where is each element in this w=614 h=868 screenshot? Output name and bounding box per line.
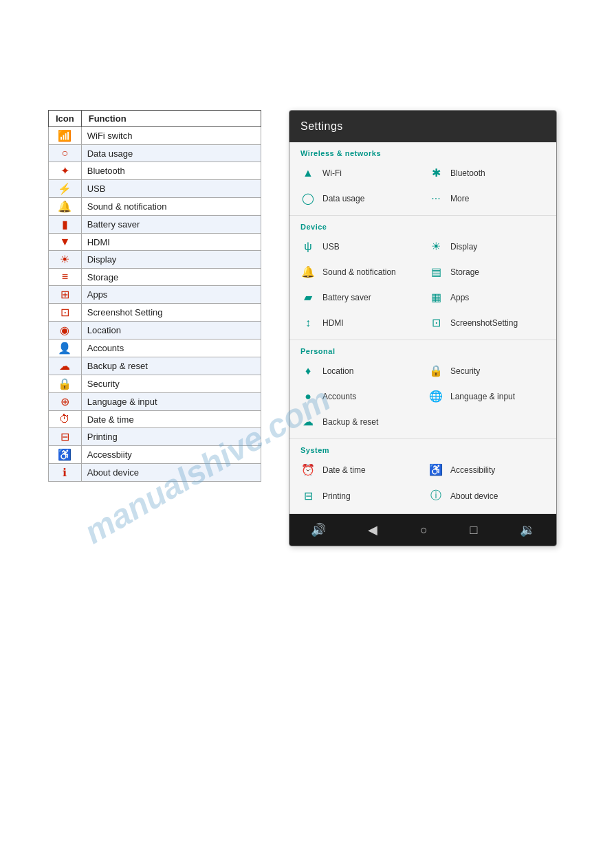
setting-item-wifi[interactable]: ▲ Wi-Fi xyxy=(295,160,423,186)
table-row: ✦ Bluetooth xyxy=(49,162,261,180)
func-cell: Apps xyxy=(81,286,261,304)
setting-label: ScreenshotSetting xyxy=(450,318,518,328)
func-cell: Accounts xyxy=(81,340,261,357)
nav-back[interactable]: ◀ xyxy=(368,522,377,537)
icon-cell: ▮ xyxy=(49,216,82,234)
table-row: ☀ Display xyxy=(49,251,261,269)
setting-item-more[interactable]: ··· More xyxy=(423,186,551,211)
setting-label: Data usage xyxy=(322,194,364,203)
icon-cell: ○ xyxy=(49,145,82,162)
table-row: ⊕ Language & input xyxy=(49,393,261,411)
icon-cell: 🔒 xyxy=(49,375,82,393)
setting-item-usb[interactable]: ψ USB xyxy=(295,234,423,259)
setting-label: Wi-Fi xyxy=(322,168,342,178)
setting-item-security[interactable]: 🔒 Security xyxy=(423,358,551,383)
setting-item-battery[interactable]: ▰ Battery saver xyxy=(295,285,423,310)
table-row: ⏱ Date & time xyxy=(49,411,261,428)
section-label: Device xyxy=(289,216,556,234)
about-icon: ⓘ xyxy=(428,489,443,503)
setting-item-access[interactable]: ♿ Accessibility xyxy=(423,457,551,482)
setting-label: USB xyxy=(322,242,340,252)
icon-cell: ℹ xyxy=(49,464,82,482)
section-label: Personal xyxy=(289,340,556,358)
icon-cell: ⚡ xyxy=(49,180,82,198)
setting-item-backup[interactable]: ☁ Backup & reset xyxy=(295,409,423,434)
table-row: ⊞ Apps xyxy=(49,286,261,304)
col-icon: Icon xyxy=(49,111,82,127)
icon-cell: ▼ xyxy=(49,234,82,251)
icon-cell: ♿ xyxy=(49,446,82,464)
setting-item-language[interactable]: 🌐 Language & input xyxy=(423,383,551,409)
icon-cell: ◉ xyxy=(49,322,82,340)
setting-label: Storage xyxy=(450,267,479,277)
setting-item-bt[interactable]: ✱ Bluetooth xyxy=(423,160,551,186)
storage-icon: ▤ xyxy=(428,265,443,278)
section-label: System xyxy=(289,439,556,457)
nav-recents[interactable]: □ xyxy=(470,523,478,537)
setting-label: Bluetooth xyxy=(450,168,485,178)
nav-bar: 🔊 ◀ ○ □ 🔉 xyxy=(289,514,556,546)
nav-volume-up[interactable]: 🔉 xyxy=(520,522,535,537)
icon-cell: ⏱ xyxy=(49,411,82,428)
func-cell: Accessbiity xyxy=(81,446,261,464)
location-icon: ♦ xyxy=(300,365,316,377)
accounts-icon: ● xyxy=(300,390,316,403)
sound-icon: 🔔 xyxy=(300,265,316,278)
setting-item-about[interactable]: ⓘ About device xyxy=(423,482,551,509)
func-cell: Storage xyxy=(81,269,261,286)
setting-item-location[interactable]: ♦ Location xyxy=(295,358,423,383)
nav-home[interactable]: ○ xyxy=(420,523,428,537)
icon-cell: 👤 xyxy=(49,340,82,357)
setting-label: Location xyxy=(322,366,353,376)
wifi-icon: ▲ xyxy=(300,167,316,179)
setting-item-apps[interactable]: ▦ Apps xyxy=(423,285,551,310)
security-icon: 🔒 xyxy=(428,364,443,377)
func-cell: USB xyxy=(81,180,261,198)
setting-item-display[interactable]: ☀ Display xyxy=(423,234,551,259)
icon-function-table: Icon Function 📶 WiFi switch ○ Data usage… xyxy=(48,110,261,482)
func-cell: Backup & reset xyxy=(81,357,261,375)
setting-item-printing[interactable]: ⊟ Printing xyxy=(295,482,423,509)
table-row: ◉ Location xyxy=(49,322,261,340)
table-row: ▮ Battery saver xyxy=(49,216,261,234)
setting-item-accounts[interactable]: ● Accounts xyxy=(295,383,423,409)
setting-label: Accessibility xyxy=(450,465,495,475)
setting-item-storage[interactable]: ▤ Storage xyxy=(423,259,551,285)
settings-grid: ♦ Location 🔒 Security ● Accounts 🌐 Langu… xyxy=(289,358,556,439)
setting-label: Accounts xyxy=(322,392,356,401)
settings-screen: Settings Wireless & networks ▲ Wi-Fi ✱ B… xyxy=(289,110,557,546)
settings-body: Wireless & networks ▲ Wi-Fi ✱ Bluetooth … xyxy=(289,142,556,514)
setting-item-hdmi[interactable]: ↕ HDMI xyxy=(295,310,423,335)
data-icon: ◯ xyxy=(300,192,316,205)
setting-item-data[interactable]: ◯ Data usage xyxy=(295,186,423,211)
setting-item-sound[interactable]: 🔔 Sound & notification xyxy=(295,259,423,285)
func-cell: Sound & notification xyxy=(81,198,261,216)
nav-volume-down[interactable]: 🔊 xyxy=(311,522,326,537)
table-row: ℹ About device xyxy=(49,464,261,482)
icon-cell: ⊟ xyxy=(49,428,82,446)
settings-grid: ⏰ Date & time ♿ Accessibility ⊟ Printing… xyxy=(289,457,556,514)
table-row: ≡ Storage xyxy=(49,269,261,286)
func-cell: Display xyxy=(81,251,261,269)
icon-cell: ✦ xyxy=(49,162,82,180)
setting-item-time[interactable]: ⏰ Date & time xyxy=(295,457,423,482)
settings-grid: ψ USB ☀ Display 🔔 Sound & notification ▤… xyxy=(289,234,556,340)
screenshot-icon: ⊡ xyxy=(428,316,443,329)
func-cell: About device xyxy=(81,464,261,482)
setting-label: Backup & reset xyxy=(322,417,378,427)
backup-icon: ☁ xyxy=(300,415,316,428)
section-label: Wireless & networks xyxy=(289,142,556,160)
setting-label: Display xyxy=(450,242,477,252)
table-row: 📶 WiFi switch xyxy=(49,127,261,145)
table-row: ⊡ Screenshot Setting xyxy=(49,304,261,322)
settings-title: Settings xyxy=(300,120,343,132)
setting-item-screenshot[interactable]: ⊡ ScreenshotSetting xyxy=(423,310,551,335)
setting-label: Security xyxy=(450,366,480,376)
printing-icon: ⊟ xyxy=(300,489,316,502)
bt-icon: ✱ xyxy=(428,166,443,179)
table-row: 🔒 Security xyxy=(49,375,261,393)
hdmi-icon: ↕ xyxy=(300,317,316,329)
more-icon: ··· xyxy=(428,192,443,205)
icon-cell: ≡ xyxy=(49,269,82,286)
language-icon: 🌐 xyxy=(428,390,443,403)
